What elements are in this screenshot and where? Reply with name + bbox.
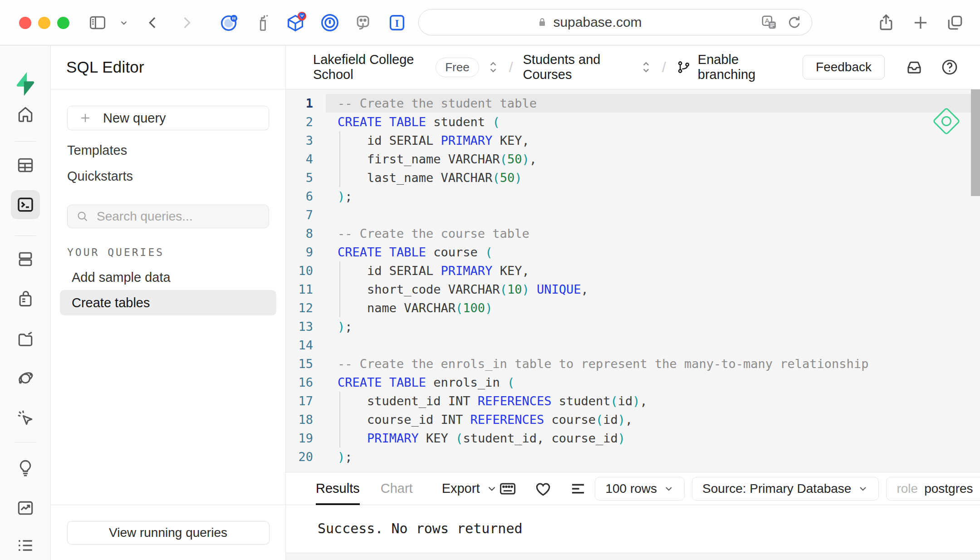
home-icon[interactable] xyxy=(15,104,35,124)
address-bar[interactable]: supabase.com A xyxy=(418,9,812,35)
favorite-heart-icon[interactable] xyxy=(533,479,553,499)
tab-overview-button[interactable] xyxy=(944,12,966,34)
code-line[interactable]: 18 course_id INT REFERENCES course(id), xyxy=(286,410,980,429)
cube-heart-extension-icon[interactable]: ♥ xyxy=(285,12,308,34)
code-line[interactable]: 11 short_code VARCHAR(10) UNIQUE, xyxy=(286,280,980,299)
code-text: id SERIAL PRIMARY KEY, xyxy=(326,131,980,150)
table-editor-icon[interactable] xyxy=(15,155,35,175)
sql-editor-sidebar: SQL Editor New query Templates Quickstar… xyxy=(51,45,286,560)
editor-scrollbar-thumb[interactable] xyxy=(971,89,980,196)
org-selector[interactable]: Lakefield College School Free xyxy=(313,52,499,82)
code-line[interactable]: 13); xyxy=(286,317,980,336)
keyboard-shortcuts-icon[interactable] xyxy=(498,479,518,499)
view-running-queries-button[interactable]: View running queries xyxy=(67,521,270,545)
sidebar-item-templates[interactable]: Templates xyxy=(67,143,269,158)
source-database-dropdown[interactable]: Source: Primary Database xyxy=(692,477,879,501)
advisors-icon[interactable] xyxy=(15,458,35,478)
chevron-down-icon xyxy=(858,483,868,494)
blue-clock-extension-icon[interactable] xyxy=(218,12,240,34)
git-branch-icon xyxy=(676,59,691,75)
query-item-add-sample-data[interactable]: Add sample data xyxy=(60,265,276,290)
code-line[interactable]: 1-- Create the student table xyxy=(286,94,980,113)
sidebar-toggle-button[interactable] xyxy=(86,12,109,34)
supabase-logo[interactable] xyxy=(11,69,40,98)
edge-functions-icon[interactable] xyxy=(15,368,35,388)
code-line[interactable]: 16CREATE TABLE enrols_in ( xyxy=(286,373,980,392)
feedback-button[interactable]: Feedback xyxy=(803,55,885,79)
code-line[interactable]: 10 id SERIAL PRIMARY KEY, xyxy=(286,261,980,280)
plus-icon xyxy=(78,111,92,125)
database-icon[interactable] xyxy=(15,249,35,269)
role-prefix: role xyxy=(897,481,918,496)
tab-results[interactable]: Results xyxy=(316,472,360,505)
reports-icon[interactable] xyxy=(15,498,35,518)
sidebar-chevron-button[interactable] xyxy=(113,12,135,34)
line-number: 7 xyxy=(286,208,326,222)
sql-code-editor[interactable]: 1-- Create the student table2CREATE TABL… xyxy=(286,89,980,472)
socket-extension-icon[interactable] xyxy=(352,12,375,34)
realtime-icon[interactable] xyxy=(15,408,35,428)
translate-icon[interactable]: A xyxy=(760,13,778,31)
authentication-icon[interactable] xyxy=(15,289,35,309)
code-line[interactable]: 3 id SERIAL PRIMARY KEY, xyxy=(286,131,980,150)
code-text: ); xyxy=(326,187,980,206)
reload-icon[interactable] xyxy=(786,14,803,30)
code-line[interactable]: 12 name VARCHAR(100) xyxy=(286,299,980,317)
sidebar-item-quickstarts[interactable]: Quickstarts xyxy=(67,169,269,184)
indent-guide xyxy=(339,280,340,299)
forward-button[interactable] xyxy=(175,12,198,34)
share-button[interactable] xyxy=(875,12,897,34)
help-icon[interactable] xyxy=(940,56,959,78)
line-number: 20 xyxy=(286,450,326,464)
onepassword-extension-icon[interactable] xyxy=(318,12,341,34)
role-dropdown[interactable]: role postgres xyxy=(886,477,980,501)
tab-chart[interactable]: Chart xyxy=(381,472,413,505)
new-query-button[interactable]: New query xyxy=(67,106,269,130)
code-line[interactable]: 9CREATE TABLE course ( xyxy=(286,243,980,261)
indent-guide xyxy=(339,299,340,317)
back-button[interactable] xyxy=(142,12,164,34)
instapaper-extension-icon[interactable]: I xyxy=(386,12,408,34)
spray-bottle-extension-icon[interactable] xyxy=(251,12,274,34)
export-dropdown[interactable]: Export xyxy=(442,481,498,496)
enable-branching-button[interactable]: Enable branching xyxy=(676,52,783,82)
code-line[interactable]: 5 last_name VARCHAR(50) xyxy=(286,168,980,187)
maximize-window-button[interactable] xyxy=(57,17,69,29)
ai-assistant-button[interactable] xyxy=(934,108,959,134)
project-selector[interactable]: Students and Courses xyxy=(523,52,652,82)
code-line[interactable]: 14 xyxy=(286,336,980,354)
logs-icon[interactable] xyxy=(15,535,35,555)
code-text: last_name VARCHAR(50) xyxy=(326,168,980,187)
code-line[interactable]: 19 PRIMARY KEY (student_id, course_id) xyxy=(286,429,980,447)
code-text: CREATE TABLE student ( xyxy=(326,113,980,131)
query-item-create-tables[interactable]: Create tables xyxy=(60,290,276,315)
storage-icon[interactable] xyxy=(15,329,35,349)
search-queries-box xyxy=(67,205,269,228)
code-line[interactable]: 8-- Create the course table xyxy=(286,224,980,243)
code-line[interactable]: 7 xyxy=(286,206,980,224)
minimize-window-button[interactable] xyxy=(38,17,50,29)
rows-limit-dropdown[interactable]: 100 rows xyxy=(595,477,685,501)
close-window-button[interactable] xyxy=(19,17,31,29)
project-header: Lakefield College School Free / Students… xyxy=(286,45,980,89)
code-line[interactable]: 15-- Create the enrols_in table to repre… xyxy=(286,354,980,373)
search-queries-input[interactable] xyxy=(97,209,260,224)
code-line[interactable]: 4 first_name VARCHAR(50), xyxy=(286,150,980,168)
line-number: 10 xyxy=(286,264,326,278)
line-number: 2 xyxy=(286,115,326,129)
role-value: postgres xyxy=(924,481,973,496)
code-line[interactable]: 6); xyxy=(286,187,980,206)
code-line[interactable]: 17 student_id INT REFERENCES student(id)… xyxy=(286,392,980,410)
code-line[interactable]: 20); xyxy=(286,447,980,466)
line-number: 12 xyxy=(286,301,326,315)
format-lines-icon[interactable] xyxy=(568,479,588,498)
export-label: Export xyxy=(442,481,480,496)
horizontal-scrollbar-track[interactable] xyxy=(286,553,980,560)
code-text: -- Create the student table xyxy=(326,94,980,113)
rail-divider xyxy=(15,236,36,236)
query-status-message: Success. No rows returned xyxy=(318,521,980,536)
inbox-icon[interactable] xyxy=(905,56,924,78)
sql-editor-icon[interactable] xyxy=(11,190,40,219)
new-tab-button[interactable] xyxy=(909,12,932,34)
code-line[interactable]: 2CREATE TABLE student ( xyxy=(286,113,980,131)
